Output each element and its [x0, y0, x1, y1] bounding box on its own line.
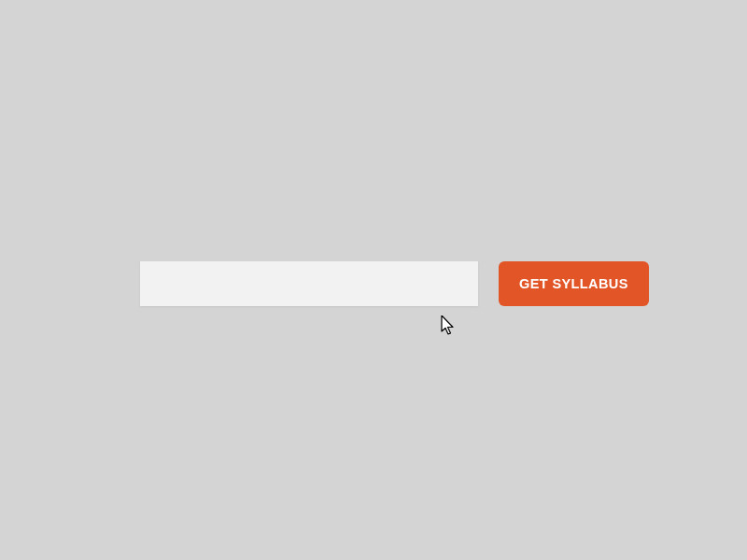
syllabus-form: GET SYLLABUS [140, 261, 649, 306]
syllabus-input[interactable] [140, 261, 478, 306]
get-syllabus-button[interactable]: GET SYLLABUS [499, 261, 649, 306]
cursor-icon [441, 315, 458, 338]
